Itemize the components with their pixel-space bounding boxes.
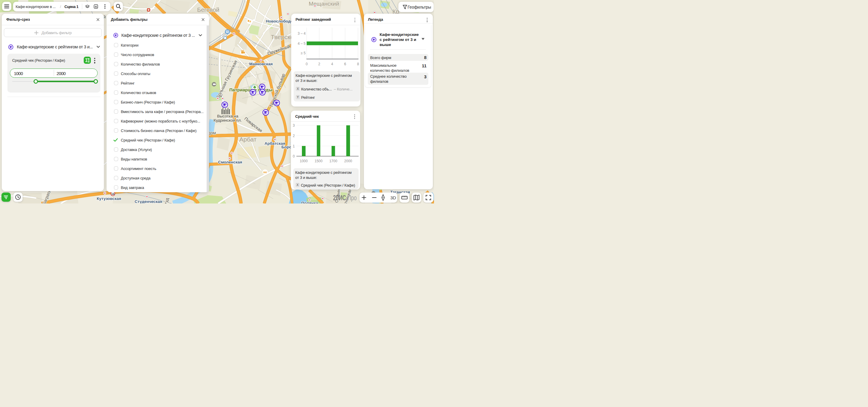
svg-text:Мещанский: Мещанский [309, 1, 339, 7]
svg-text:1700: 1700 [329, 159, 337, 163]
svg-text:Студенческая: Студенческая [135, 199, 162, 203]
svg-text:4: 4 [331, 62, 333, 66]
svg-text:2: 2 [293, 134, 295, 138]
svg-text:IMI: IMI [263, 171, 267, 174]
svg-text:3 – 4: 3 – 4 [298, 31, 306, 36]
svg-text:14: 14 [111, 193, 114, 196]
svg-text:Высотка на: Высотка на [217, 114, 238, 118]
svg-text:1: 1 [293, 144, 295, 148]
svg-text:Смоленская: Смоленская [218, 160, 242, 164]
svg-text:0: 0 [306, 62, 308, 66]
svg-text:Кудринской пл.: Кудринской пл. [213, 118, 242, 123]
svg-text:2: 2 [318, 62, 320, 66]
svg-text:2000: 2000 [344, 159, 352, 163]
svg-text:3: 3 [293, 124, 295, 128]
svg-text:≥ 5: ≥ 5 [301, 51, 306, 55]
svg-text:1500: 1500 [314, 159, 322, 163]
svg-text:дом: дом [208, 130, 216, 135]
svg-text:6: 6 [344, 62, 346, 66]
svg-text:Маяковская: Маяковская [249, 62, 273, 66]
svg-text:4 – 5: 4 – 5 [298, 41, 306, 46]
svg-text:Беговой: Беговой [197, 6, 219, 13]
svg-text:8: 8 [357, 62, 359, 66]
svg-text:0: 0 [293, 154, 295, 159]
svg-text:Арбат: Арбат [239, 136, 256, 143]
svg-text:1000: 1000 [300, 159, 308, 163]
svg-text:Кутузовская: Кутузовская [97, 196, 121, 201]
